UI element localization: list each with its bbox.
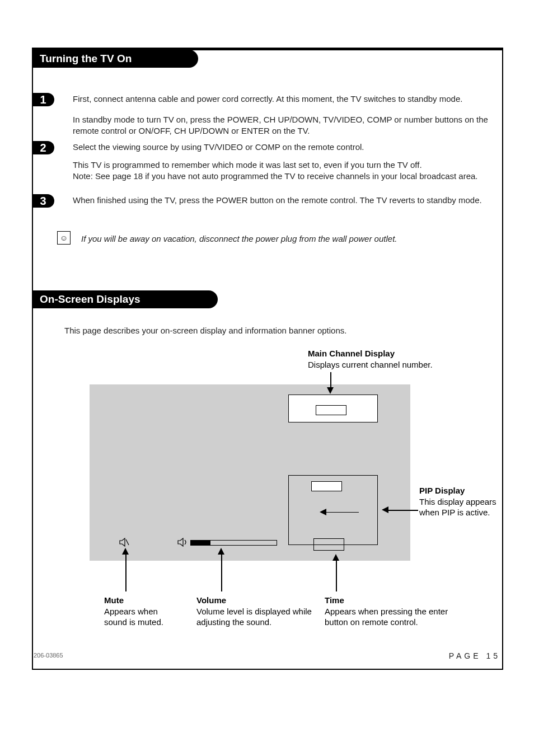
callout-pip: PIP Display This display appears when PI…: [419, 485, 498, 518]
pip-box: [288, 475, 378, 545]
svg-line-0: [126, 539, 129, 545]
arrow-time-head: [332, 554, 339, 561]
footer-page-number: PAGE 15: [449, 651, 500, 660]
step-badge-3: 3: [32, 194, 54, 208]
pip-channel-inner: [311, 481, 342, 491]
time-box: [313, 538, 344, 551]
step2-para2: This TV is programmed to remember which …: [73, 159, 498, 182]
step3-para1: When finished using the TV, press the PO…: [73, 195, 498, 206]
arrow-volume-head: [218, 548, 224, 555]
step1-para1: First, connect antenna cable and power c…: [73, 93, 498, 105]
step2-para1: Select the viewing source by using TV/VI…: [73, 142, 498, 153]
step-badge-2: 2: [32, 141, 54, 154]
arrow-mute-head: [122, 548, 129, 555]
volume-fill: [191, 541, 210, 545]
pip-inner-arrow-head: [320, 509, 326, 515]
osd-intro: This page describes your on-screen displ…: [64, 325, 490, 336]
arrow-mute-line: [125, 553, 127, 591]
mute-speaker-icon: [119, 538, 129, 548]
callout-main-channel-desc: Displays current channel number.: [308, 360, 433, 369]
arrow-pip-head: [382, 506, 388, 513]
volume-speaker-icon: [177, 538, 188, 548]
callout-pip-desc: This display appears when PIP is active.: [419, 497, 496, 518]
section-heading-turning-on: Turning the TV On: [33, 50, 198, 68]
smiley-icon: ☺: [60, 234, 68, 242]
callout-time-desc: Appears when pressing the enter button o…: [325, 607, 448, 627]
step1-para2: In standby mode to turn TV on, press the…: [73, 114, 498, 137]
footer-doc-number: 206-03865: [34, 652, 63, 659]
tip-text: If you will be away on vacation, disconn…: [81, 233, 495, 245]
arrow-main-channel-head: [327, 387, 334, 394]
callout-pip-title: PIP Display: [419, 486, 465, 495]
main-channel-inner: [316, 405, 346, 415]
callout-mute-title: Mute: [104, 595, 124, 605]
main-channel-box: [288, 395, 378, 422]
pip-inner-arrow-line: [325, 512, 359, 513]
callout-mute-desc: Appears when sound is muted.: [104, 607, 163, 627]
arrow-main-channel-line: [330, 372, 331, 388]
callout-time-title: Time: [325, 595, 344, 605]
tip-icon-box: ☺: [57, 231, 71, 245]
callout-volume: Volume Volume level is displayed while a…: [196, 595, 314, 628]
tv-screen-mock: [90, 384, 410, 561]
callout-mute: Mute Appears when sound is muted.: [104, 595, 182, 628]
volume-bar: [190, 540, 277, 546]
callout-main-channel: Main Channel Display Displays current ch…: [308, 348, 465, 370]
arrow-pip-line: [387, 510, 418, 511]
arrow-time-line: [336, 560, 337, 591]
callout-time: Time Appears when pressing the enter but…: [325, 595, 465, 628]
step-badge-1: 1: [32, 93, 54, 106]
callout-volume-desc: Volume level is displayed while adjustin…: [196, 607, 312, 627]
section-heading-osd: On-Screen Displays: [33, 290, 218, 308]
arrow-volume-line: [221, 553, 222, 591]
callout-volume-title: Volume: [196, 595, 226, 605]
callout-main-channel-title: Main Channel Display: [308, 349, 395, 358]
